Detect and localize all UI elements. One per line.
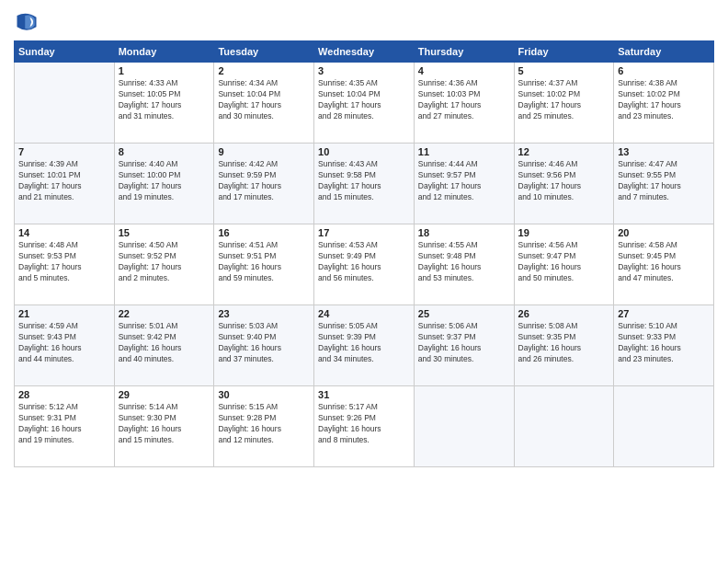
calendar-cell: 4Sunrise: 4:36 AM Sunset: 10:03 PM Dayli…: [414, 63, 514, 144]
cell-info: Sunrise: 5:06 AM Sunset: 9:37 PM Dayligh…: [418, 321, 510, 365]
day-number: 4: [418, 65, 510, 76]
cell-info: Sunrise: 4:46 AM Sunset: 9:56 PM Dayligh…: [518, 159, 610, 203]
calendar-cell: 27Sunrise: 5:10 AM Sunset: 9:33 PM Dayli…: [614, 305, 714, 386]
cell-info: Sunrise: 4:51 AM Sunset: 9:51 PM Dayligh…: [218, 240, 310, 284]
calendar-cell: [15, 63, 115, 144]
day-number: 11: [418, 146, 510, 157]
calendar-cell: 6Sunrise: 4:38 AM Sunset: 10:02 PM Dayli…: [614, 63, 714, 144]
day-number: 13: [618, 146, 710, 157]
calendar-week-1: 1Sunrise: 4:33 AM Sunset: 10:05 PM Dayli…: [15, 63, 714, 144]
cell-info: Sunrise: 4:38 AM Sunset: 10:02 PM Daylig…: [618, 78, 710, 122]
calendar-cell: 16Sunrise: 4:51 AM Sunset: 9:51 PM Dayli…: [214, 224, 314, 305]
calendar-cell: 19Sunrise: 4:56 AM Sunset: 9:47 PM Dayli…: [514, 224, 614, 305]
day-number: 5: [518, 65, 610, 76]
day-number: 19: [518, 227, 610, 238]
weekday-header-wednesday: Wednesday: [314, 41, 415, 63]
day-number: 17: [318, 227, 410, 238]
calendar-cell: 20Sunrise: 4:58 AM Sunset: 9:45 PM Dayli…: [614, 224, 714, 305]
calendar-cell: 15Sunrise: 4:50 AM Sunset: 9:52 PM Dayli…: [114, 224, 214, 305]
cell-info: Sunrise: 5:10 AM Sunset: 9:33 PM Dayligh…: [618, 321, 710, 365]
day-number: 23: [218, 308, 310, 319]
weekday-header-tuesday: Tuesday: [214, 41, 314, 63]
day-number: 24: [318, 308, 410, 319]
weekday-header-monday: Monday: [114, 41, 214, 63]
calendar-cell: 17Sunrise: 4:53 AM Sunset: 9:49 PM Dayli…: [314, 224, 415, 305]
calendar-cell: 1Sunrise: 4:33 AM Sunset: 10:05 PM Dayli…: [114, 63, 214, 144]
calendar-week-5: 28Sunrise: 5:12 AM Sunset: 9:31 PM Dayli…: [15, 386, 714, 467]
day-number: 16: [218, 227, 310, 238]
cell-info: Sunrise: 5:05 AM Sunset: 9:39 PM Dayligh…: [318, 321, 410, 365]
calendar-cell: 12Sunrise: 4:46 AM Sunset: 9:56 PM Dayli…: [514, 144, 614, 224]
cell-info: Sunrise: 5:08 AM Sunset: 9:35 PM Dayligh…: [518, 321, 610, 365]
day-number: 29: [119, 389, 210, 400]
calendar-cell: 13Sunrise: 4:47 AM Sunset: 9:55 PM Dayli…: [614, 144, 714, 224]
cell-info: Sunrise: 4:50 AM Sunset: 9:52 PM Dayligh…: [119, 240, 210, 284]
cell-info: Sunrise: 4:44 AM Sunset: 9:57 PM Dayligh…: [418, 159, 510, 203]
page: SundayMondayTuesdayWednesdayThursdayFrid…: [0, 0, 728, 563]
calendar-cell: 24Sunrise: 5:05 AM Sunset: 9:39 PM Dayli…: [314, 305, 415, 386]
day-number: 18: [418, 227, 510, 238]
day-number: 30: [218, 389, 310, 400]
cell-info: Sunrise: 4:37 AM Sunset: 10:02 PM Daylig…: [518, 78, 610, 122]
day-number: 8: [119, 146, 210, 157]
day-number: 25: [418, 308, 510, 319]
calendar-cell: 9Sunrise: 4:42 AM Sunset: 9:59 PM Daylig…: [214, 144, 314, 224]
cell-info: Sunrise: 5:14 AM Sunset: 9:30 PM Dayligh…: [119, 402, 210, 446]
calendar-week-4: 21Sunrise: 4:59 AM Sunset: 9:43 PM Dayli…: [15, 305, 714, 386]
weekday-header-thursday: Thursday: [414, 41, 514, 63]
day-number: 14: [18, 227, 110, 238]
cell-info: Sunrise: 4:39 AM Sunset: 10:01 PM Daylig…: [18, 159, 110, 203]
calendar-cell: 25Sunrise: 5:06 AM Sunset: 9:37 PM Dayli…: [414, 305, 514, 386]
weekday-header-row: SundayMondayTuesdayWednesdayThursdayFrid…: [15, 41, 714, 63]
cell-info: Sunrise: 4:33 AM Sunset: 10:05 PM Daylig…: [119, 78, 210, 122]
cell-info: Sunrise: 4:58 AM Sunset: 9:45 PM Dayligh…: [618, 240, 710, 284]
calendar-cell: 8Sunrise: 4:40 AM Sunset: 10:00 PM Dayli…: [114, 144, 214, 224]
weekday-header-friday: Friday: [514, 41, 614, 63]
cell-info: Sunrise: 4:40 AM Sunset: 10:00 PM Daylig…: [119, 159, 210, 203]
cell-info: Sunrise: 5:15 AM Sunset: 9:28 PM Dayligh…: [218, 402, 310, 446]
day-number: 31: [318, 389, 410, 400]
calendar-cell: 3Sunrise: 4:35 AM Sunset: 10:04 PM Dayli…: [314, 63, 415, 144]
calendar-week-3: 14Sunrise: 4:48 AM Sunset: 9:53 PM Dayli…: [15, 224, 714, 305]
calendar-cell: 26Sunrise: 5:08 AM Sunset: 9:35 PM Dayli…: [514, 305, 614, 386]
cell-info: Sunrise: 5:12 AM Sunset: 9:31 PM Dayligh…: [18, 402, 110, 446]
day-number: 12: [518, 146, 610, 157]
cell-info: Sunrise: 4:55 AM Sunset: 9:48 PM Dayligh…: [418, 240, 510, 284]
cell-info: Sunrise: 4:53 AM Sunset: 9:49 PM Dayligh…: [318, 240, 410, 284]
calendar-week-2: 7Sunrise: 4:39 AM Sunset: 10:01 PM Dayli…: [15, 144, 714, 224]
calendar-cell: 2Sunrise: 4:34 AM Sunset: 10:04 PM Dayli…: [214, 63, 314, 144]
calendar-cell: [514, 386, 614, 467]
day-number: 20: [618, 227, 710, 238]
day-number: 7: [18, 146, 110, 157]
calendar-cell: 23Sunrise: 5:03 AM Sunset: 9:40 PM Dayli…: [214, 305, 314, 386]
cell-info: Sunrise: 4:59 AM Sunset: 9:43 PM Dayligh…: [18, 321, 110, 365]
cell-info: Sunrise: 4:47 AM Sunset: 9:55 PM Dayligh…: [618, 159, 710, 203]
cell-info: Sunrise: 4:56 AM Sunset: 9:47 PM Dayligh…: [518, 240, 610, 284]
cell-info: Sunrise: 5:03 AM Sunset: 9:40 PM Dayligh…: [218, 321, 310, 365]
day-number: 28: [18, 389, 110, 400]
cell-info: Sunrise: 4:34 AM Sunset: 10:04 PM Daylig…: [218, 78, 310, 122]
day-number: 10: [318, 146, 410, 157]
calendar-cell: 21Sunrise: 4:59 AM Sunset: 9:43 PM Dayli…: [15, 305, 115, 386]
calendar-table: SundayMondayTuesdayWednesdayThursdayFrid…: [14, 40, 714, 467]
cell-info: Sunrise: 4:35 AM Sunset: 10:04 PM Daylig…: [318, 78, 410, 122]
calendar-cell: 28Sunrise: 5:12 AM Sunset: 9:31 PM Dayli…: [15, 386, 115, 467]
day-number: 27: [618, 308, 710, 319]
cell-info: Sunrise: 4:36 AM Sunset: 10:03 PM Daylig…: [418, 78, 510, 122]
cell-info: Sunrise: 4:42 AM Sunset: 9:59 PM Dayligh…: [218, 159, 310, 203]
day-number: 15: [119, 227, 210, 238]
calendar-cell: 11Sunrise: 4:44 AM Sunset: 9:57 PM Dayli…: [414, 144, 514, 224]
calendar-cell: 22Sunrise: 5:01 AM Sunset: 9:42 PM Dayli…: [114, 305, 214, 386]
day-number: 1: [119, 65, 210, 76]
cell-info: Sunrise: 4:48 AM Sunset: 9:53 PM Dayligh…: [18, 240, 110, 284]
calendar-cell: 5Sunrise: 4:37 AM Sunset: 10:02 PM Dayli…: [514, 63, 614, 144]
cell-info: Sunrise: 5:17 AM Sunset: 9:26 PM Dayligh…: [318, 402, 410, 446]
day-number: 21: [18, 308, 110, 319]
calendar-cell: 7Sunrise: 4:39 AM Sunset: 10:01 PM Dayli…: [15, 144, 115, 224]
calendar-cell: 14Sunrise: 4:48 AM Sunset: 9:53 PM Dayli…: [15, 224, 115, 305]
calendar-cell: 31Sunrise: 5:17 AM Sunset: 9:26 PM Dayli…: [314, 386, 415, 467]
calendar-cell: [614, 386, 714, 467]
day-number: 9: [218, 146, 310, 157]
day-number: 6: [618, 65, 710, 76]
weekday-header-sunday: Sunday: [15, 41, 115, 63]
